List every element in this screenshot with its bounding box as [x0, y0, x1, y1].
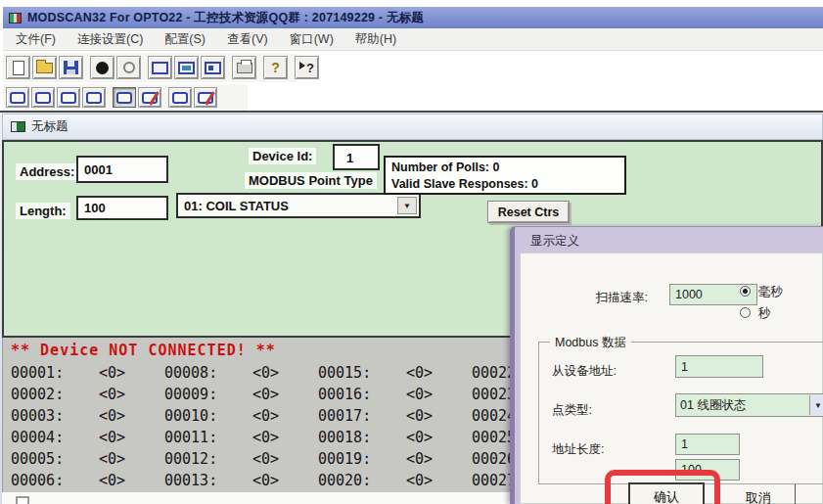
- data-value: <0>: [99, 429, 164, 446]
- fmt-3-button[interactable]: [57, 87, 80, 108]
- fmt-4-button[interactable]: [82, 87, 106, 108]
- data-address: 00019:: [318, 450, 406, 468]
- valid-responses-count: Valid Slave Responses: 0: [391, 176, 618, 193]
- display-definition-dialog[interactable]: 显示定义 扫描速率: 毫秒 秒 Modbus 数据 从设备地址: 点类型: 01…: [510, 226, 823, 504]
- data-value: <0>: [406, 364, 472, 382]
- data-value: <0>: [406, 429, 472, 446]
- data-value: <0>: [252, 472, 318, 489]
- menu-item-3[interactable]: 配置(S): [154, 28, 216, 51]
- data-address: 00004:: [11, 429, 99, 446]
- dialog-point-type-dropdown[interactable]: 01 线圈状态 ▼: [675, 393, 823, 417]
- data-row: 00003:<0>00010:<0>00017:<0>00024:: [11, 407, 560, 429]
- point-type-selected: 01: COIL STATUS: [184, 199, 289, 213]
- radio-seconds-label[interactable]: 秒: [758, 305, 771, 322]
- fmt-5-icon: [116, 92, 132, 104]
- data-address: 00020:: [318, 472, 406, 489]
- data-value: <0>: [99, 407, 164, 425]
- display-msg-button[interactable]: [201, 56, 225, 79]
- data-value: <0>: [99, 472, 164, 489]
- address-input[interactable]: [76, 156, 168, 183]
- open-file-button[interactable]: [32, 56, 57, 79]
- save-file-button[interactable]: [59, 56, 83, 79]
- fmt-8-button[interactable]: [194, 87, 217, 108]
- chevron-down-icon[interactable]: ▼: [397, 197, 417, 214]
- app-icon: [9, 13, 22, 23]
- fmt-5-button[interactable]: [113, 87, 136, 108]
- data-value: <0>: [252, 386, 318, 403]
- display-data-icon: [152, 62, 168, 74]
- data-row: 00004:<0>00011:<0>00018:<0>00025:: [11, 429, 560, 450]
- dialog-address-input[interactable]: [675, 434, 740, 455]
- display-data-button[interactable]: [148, 56, 172, 79]
- about-icon: [271, 59, 280, 76]
- data-address: 00001:: [11, 364, 99, 382]
- slave-address-input[interactable]: [675, 355, 763, 378]
- data-row: 00005:<0>00012:<0>00019:<0>00026:: [11, 450, 560, 472]
- radio-milliseconds-label[interactable]: 毫秒: [758, 284, 783, 300]
- format-toolbar: [3, 84, 248, 111]
- point-type-dropdown[interactable]: 01: COIL STATUS ▼: [176, 193, 421, 218]
- length-label: Length:: [16, 203, 70, 219]
- print-icon: [237, 63, 252, 73]
- menu-item-6[interactable]: 帮助(H): [344, 28, 407, 51]
- annotation-highlight-box: [605, 470, 720, 504]
- quick-connect-icon: [123, 62, 135, 73]
- dialog-content: 扫描速率: 毫秒 秒 Modbus 数据 从设备地址: 点类型: 01 线圈状态…: [520, 252, 823, 504]
- menu-item-1[interactable]: 文件(F): [5, 28, 67, 51]
- device-id-label: Device Id:: [249, 148, 316, 164]
- data-address: 00009:: [164, 386, 252, 403]
- data-address: 00012:: [164, 450, 252, 468]
- device-id-value-box[interactable]: 1: [333, 144, 380, 170]
- window-title: MODSCAN32 For OPTO22 - 工控技术资源QQ群 : 20714…: [27, 10, 424, 26]
- chevron-down-icon[interactable]: ▼: [809, 395, 823, 415]
- menu-item-2[interactable]: 连接设置(C): [67, 28, 154, 51]
- fmt-7-icon: [172, 92, 188, 104]
- radio-milliseconds[interactable]: [740, 286, 751, 297]
- data-address: 00010:: [164, 407, 252, 425]
- open-file-icon: [36, 63, 53, 73]
- data-value: <0>: [99, 386, 164, 403]
- connect-icon: [96, 62, 109, 74]
- quick-connect-button[interactable]: [116, 56, 141, 79]
- fmt-6-icon: [142, 92, 158, 104]
- context-help-button[interactable]: [295, 56, 319, 79]
- polls-count: Number of Polls: 0: [391, 160, 618, 176]
- menu-item-5[interactable]: 窗口(W): [279, 28, 344, 51]
- fmt-1-icon: [10, 92, 25, 104]
- display-msg-icon: [205, 62, 221, 74]
- display-traffic-button[interactable]: [174, 56, 199, 79]
- cancel-button[interactable]: 取消: [728, 485, 789, 504]
- document-title: 无标题: [31, 118, 69, 135]
- fmt-7-button[interactable]: [168, 87, 192, 108]
- data-address: 00006:: [11, 472, 99, 489]
- print-button[interactable]: [232, 56, 256, 79]
- fmt-6-button[interactable]: [138, 87, 161, 108]
- partial-checkbox[interactable]: [16, 496, 29, 504]
- document-icon: [11, 121, 25, 132]
- fmt-2-button[interactable]: [31, 87, 55, 108]
- dialog-point-type-selected: 01 线圈状态: [680, 398, 746, 412]
- data-address: 00017:: [318, 407, 406, 425]
- new-file-button[interactable]: [6, 56, 30, 79]
- context-help-icon: [299, 59, 314, 76]
- main-toolbar: [3, 53, 297, 82]
- bottom-strip: [2, 492, 510, 504]
- data-row: 00002:<0>00009:<0>00016:<0>00023:: [11, 386, 560, 407]
- connect-button[interactable]: [90, 56, 114, 79]
- menu-item-4[interactable]: 查看(V): [216, 28, 279, 51]
- document-window-caption[interactable]: 无标题: [2, 114, 823, 140]
- about-button[interactable]: [263, 56, 288, 79]
- data-value: <0>: [252, 364, 318, 382]
- data-value: <0>: [252, 450, 318, 468]
- fmt-8-icon: [198, 92, 213, 104]
- data-address: 00011:: [164, 429, 252, 446]
- data-value: <0>: [99, 364, 164, 382]
- length-input[interactable]: [76, 196, 168, 220]
- fmt-1-button[interactable]: [6, 87, 29, 108]
- data-value: <0>: [252, 429, 318, 446]
- window-titlebar[interactable]: MODSCAN32 For OPTO22 - 工控技术资源QQ群 : 20714…: [3, 7, 823, 28]
- slave-address-label: 从设备地址:: [552, 363, 617, 380]
- reset-ctrs-button[interactable]: Reset Ctrs: [487, 201, 570, 223]
- scan-rate-label: 扫描速率:: [577, 290, 648, 306]
- radio-seconds[interactable]: [740, 307, 751, 318]
